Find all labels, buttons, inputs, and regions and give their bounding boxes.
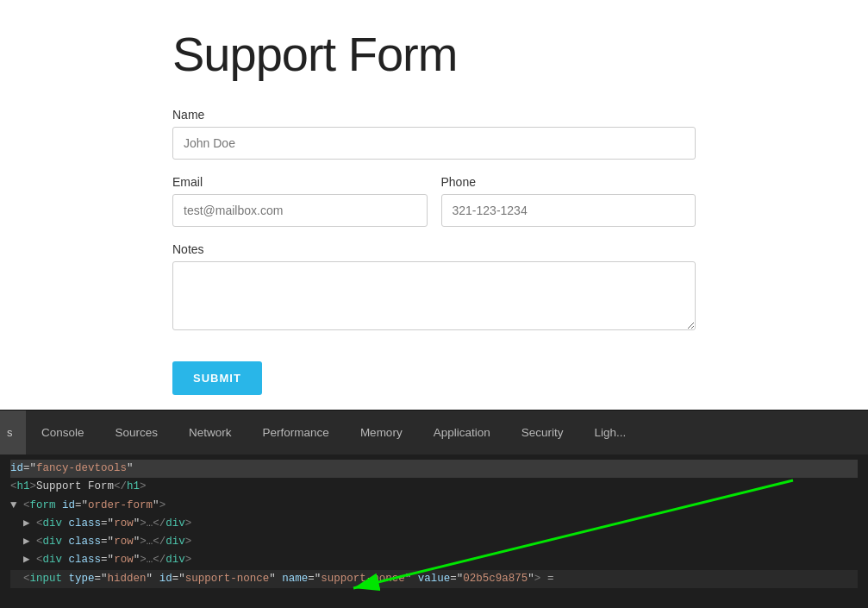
support-form: Name Email Phone Notes SUBMIT (172, 108, 696, 395)
devtools-tab-bar: s Console Sources Network Performance Me… (0, 410, 868, 454)
email-input[interactable] (172, 194, 428, 227)
devtools-area: s Console Sources Network Performance Me… (0, 410, 868, 608)
tab-memory[interactable]: Memory (345, 411, 418, 454)
phone-input[interactable] (441, 194, 696, 227)
page-content: Support Form Name Email Phone Notes SUBM… (0, 0, 868, 410)
name-field-group: Name (172, 108, 696, 160)
code-line-6: ▶ <div class="row">…</div> (10, 551, 858, 569)
submit-button[interactable]: SUBMIT (172, 361, 262, 395)
notes-label: Notes (172, 242, 696, 256)
tab-performance[interactable]: Performance (247, 411, 345, 454)
name-label: Name (172, 108, 696, 122)
code-line-5: ▶ <div class="row">…</div> (10, 533, 858, 551)
notes-field-group: Notes (172, 242, 696, 334)
tab-sources[interactable]: Sources (100, 411, 174, 454)
tab-security[interactable]: Security (506, 411, 579, 454)
code-line-3: ▼ <form id="order-form"> (10, 497, 858, 515)
email-label: Email (172, 175, 428, 189)
code-line-4: ▶ <div class="row">…</div> (10, 515, 858, 533)
phone-field-group: Phone (441, 175, 696, 227)
phone-label: Phone (441, 175, 696, 189)
tab-network[interactable]: Network (173, 411, 247, 454)
code-line-7: <input type="hidden" id="support-nonce" … (10, 570, 858, 588)
tab-application[interactable]: Application (418, 411, 506, 454)
devtools-panel-indicator: s (0, 411, 26, 454)
email-field-group: Email (172, 175, 428, 227)
code-line-1: id="fancy-devtools" (10, 460, 858, 478)
name-input[interactable] (172, 127, 696, 160)
page-title: Support Form (172, 26, 696, 82)
devtools-code-panel: id="fancy-devtools" <h1>Support Form</h1… (0, 454, 868, 608)
code-line-2: <h1>Support Form</h1> (10, 478, 858, 496)
tab-lighthouse[interactable]: Ligh... (578, 411, 641, 454)
notes-textarea[interactable] (172, 261, 696, 330)
tab-console[interactable]: Console (26, 411, 100, 454)
email-phone-row: Email Phone (172, 175, 696, 227)
